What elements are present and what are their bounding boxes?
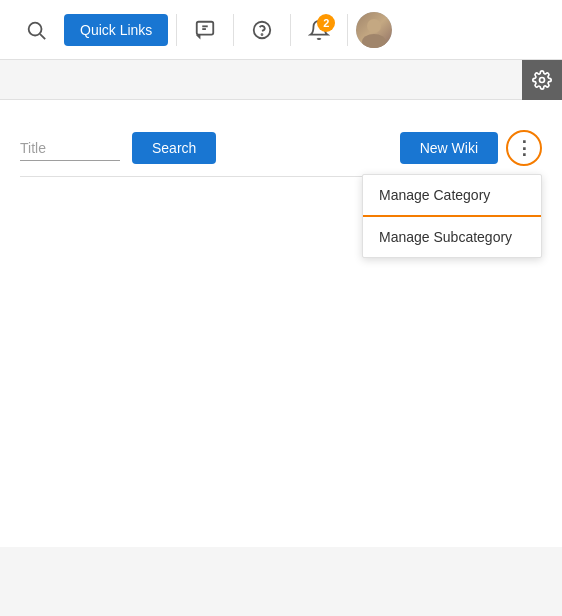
dropdown-item-manage-subcategory[interactable]: Manage Subcategory <box>363 217 541 257</box>
avatar-svg <box>356 12 392 48</box>
notification-badge: 2 <box>317 14 335 32</box>
comment-icon <box>194 19 216 41</box>
svg-point-9 <box>540 77 545 82</box>
new-wiki-button[interactable]: New Wiki <box>400 132 498 164</box>
gear-icon <box>532 70 552 90</box>
svg-point-8 <box>362 34 386 48</box>
search-row: Search New Wiki ⋮ Manage Category Manage… <box>20 120 542 177</box>
settings-bar <box>0 60 562 100</box>
user-avatar[interactable] <box>356 12 392 48</box>
title-input[interactable] <box>20 136 120 161</box>
content-area: Search New Wiki ⋮ Manage Category Manage… <box>0 100 562 547</box>
settings-gear-button[interactable] <box>522 60 562 100</box>
svg-point-0 <box>29 22 42 35</box>
nav-divider-1 <box>176 14 177 46</box>
nav-divider-4 <box>347 14 348 46</box>
search-button[interactable]: Search <box>132 132 216 164</box>
search-icon <box>25 19 47 41</box>
svg-line-1 <box>40 34 45 39</box>
right-actions: New Wiki ⋮ Manage Category Manage Subcat… <box>400 130 542 166</box>
svg-rect-2 <box>197 21 214 34</box>
svg-point-7 <box>367 19 381 33</box>
quick-links-button[interactable]: Quick Links <box>64 14 168 46</box>
more-options-icon: ⋮ <box>515 137 533 159</box>
top-navbar: Quick Links 2 <box>0 0 562 60</box>
search-nav-button[interactable] <box>16 10 56 50</box>
comment-nav-button[interactable] <box>185 10 225 50</box>
help-nav-button[interactable] <box>242 10 282 50</box>
bell-nav-button[interactable]: 2 <box>299 10 339 50</box>
nav-divider-2 <box>233 14 234 46</box>
more-options-button[interactable]: ⋮ <box>506 130 542 166</box>
svg-point-6 <box>262 34 263 35</box>
dropdown-item-manage-category[interactable]: Manage Category <box>363 175 541 217</box>
nav-divider-3 <box>290 14 291 46</box>
avatar-image <box>356 12 392 48</box>
help-icon <box>251 19 273 41</box>
dropdown-menu: Manage Category Manage Subcategory <box>362 174 542 258</box>
